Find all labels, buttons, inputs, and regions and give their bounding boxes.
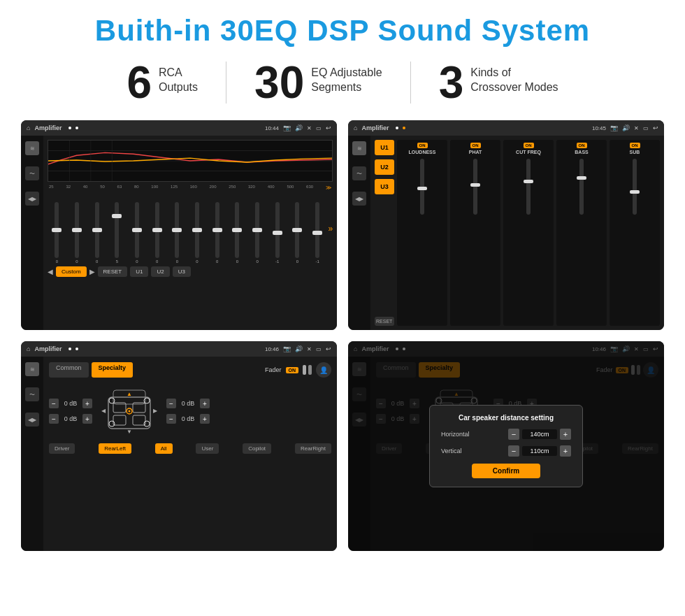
dialog-vertical-value: − 110cm + [508,445,571,457]
horizontal-minus[interactable]: − [508,429,519,440]
eq-slider-8[interactable]: 0 [208,202,226,264]
screen1-time: 10:44 [265,125,279,131]
vertical-minus[interactable]: − [508,445,519,457]
user-icon-btn[interactable]: 👤 [316,362,331,378]
eq-slider-11[interactable]: -1 [268,202,287,264]
eq-slider-12[interactable]: 0 [288,202,307,264]
plus-btn-rb[interactable]: + [200,414,210,424]
spec-sidebar-icon-2[interactable]: 〜 [25,387,39,401]
u3-button[interactable]: U3 [375,179,394,194]
reset-btn-amp[interactable]: RESET [375,317,394,326]
fader-on-btn[interactable]: ON [286,367,299,373]
minus-btn-lt[interactable]: − [49,399,59,408]
screen3-time: 10:46 [265,346,279,352]
amp-sidebar-icon-2[interactable]: 〜 [352,166,366,180]
eq-slider-4[interactable]: 0 [128,202,147,264]
home-icon-1: ⌂ [27,124,30,131]
user-btn[interactable]: User [196,443,219,454]
all-btn[interactable]: All [155,443,173,454]
eq-slider-9[interactable]: 0 [228,202,247,264]
eq-expand-arrow[interactable]: » [328,224,333,234]
eq-slider-6[interactable]: 0 [168,202,187,264]
loudness-on[interactable]: ON [417,143,428,148]
cutfreq-thumb [524,180,533,183]
dot2 [75,127,78,129]
fader-s2 [308,365,312,375]
stat-label-rca: RCA Outputs [159,60,198,95]
eq-slider-7[interactable]: 0 [188,202,207,264]
plus-btn-rt[interactable]: + [200,399,210,408]
u2-btn[interactable]: U2 [151,266,169,277]
speaker-controls-left: − 0 dB + − 0 dB + [49,399,92,424]
loudness-slider[interactable] [420,159,424,215]
bass-slider[interactable] [579,159,584,215]
eq-sidebar-icon-1[interactable]: ≋ [25,141,39,155]
preset-custom[interactable]: Custom [56,266,87,277]
reset-btn-1[interactable]: RESET [98,266,128,277]
back-icon-1: ↩ [326,124,331,131]
screen-amplifier: ⌂ Amplifier 10:45 📷 🔊 ✕ ▭ ↩ ≋ 〜 ◀▶ [348,120,664,330]
cutfreq-on[interactable]: ON [524,143,534,148]
db-val-rt: 0 dB [178,400,198,407]
u3-btn[interactable]: U3 [173,266,191,277]
prev-btn[interactable]: ◀ [48,268,53,275]
svg-point-20 [109,421,115,427]
horizontal-plus[interactable]: + [560,429,571,440]
svg-rect-10 [113,415,126,425]
amp-sidebar-icon-1[interactable]: ≋ [352,141,366,155]
camera-icon-1: 📷 [283,124,291,131]
sub-slider[interactable] [633,159,637,215]
sub-on[interactable]: ON [630,143,640,148]
eq-slider-13[interactable]: -1 [308,202,327,264]
screenshots-grid: ⌂ Amplifier 10:44 📷 🔊 ✕ ▭ ↩ ≋ 〜 ◀▶ [21,120,664,551]
channel-phat: ON PHAT [450,140,500,326]
phat-thumb [470,183,480,187]
eq-main-area: 2532405063 80100125160200 25032040050063… [43,136,337,330]
next-btn[interactable]: ▶ [89,268,95,275]
tab-common[interactable]: Common [49,362,89,378]
eq-slider-10[interactable]: 0 [248,202,267,264]
eq-sidebar-icon-3[interactable]: ◀▶ [25,192,39,206]
eq-slider-5[interactable]: 0 [147,202,166,264]
speaker-layout: − 0 dB + − 0 dB + [49,383,331,439]
eq-slider-1[interactable]: 0 [68,202,87,264]
page-wrapper: Buith-in 30EQ DSP Sound System 6 RCA Out… [0,0,685,565]
minus-btn-rb[interactable]: − [166,414,176,424]
copilot-btn[interactable]: Copilot [243,443,271,454]
u1-button[interactable]: U1 [375,140,394,155]
plus-btn-lb[interactable]: + [82,414,92,424]
minus-btn-rt[interactable]: − [166,399,176,408]
bass-on[interactable]: ON [577,143,587,148]
phat-slider[interactable] [473,159,477,215]
bottom-labels-3: Driver RearLeft All User Copilot RearRig… [49,443,331,454]
loudness-label: LOUDNESS [409,150,436,155]
page-title: Buith-in 30EQ DSP Sound System [21,14,664,48]
plus-btn-lt[interactable]: + [82,399,92,408]
confirm-button[interactable]: Confirm [472,464,540,478]
cutfreq-slider[interactable] [526,159,531,215]
minus-btn-lb[interactable]: − [49,414,59,424]
fader-label: Fader [265,366,282,373]
rearleft-btn[interactable]: RearLeft [99,443,131,454]
eq-sidebar-icon-2[interactable]: 〜 [25,166,39,180]
phat-label: PHAT [469,150,482,155]
driver-btn[interactable]: Driver [49,443,75,454]
volume-icon-2: 🔊 [622,124,630,131]
eq-slider-2[interactable]: 0 [87,202,106,264]
phat-on[interactable]: ON [470,143,481,148]
tab-specialty[interactable]: Specialty [92,362,134,378]
spec-sidebar-icon-3[interactable]: ◀▶ [25,413,39,427]
spec-sidebar-icon-1[interactable]: ≋ [25,362,39,376]
rearright-btn[interactable]: RearRight [295,443,331,454]
eq-graph [48,140,333,182]
eq-slider-3[interactable]: 5 [108,202,127,264]
amp-sidebar-icon-3[interactable]: ◀▶ [352,192,366,206]
u2-button[interactable]: U2 [375,159,394,175]
window-icon-2: ▭ [643,125,649,131]
stat-label-eq: EQ Adjustable Segments [311,60,382,95]
u1-btn[interactable]: U1 [130,266,148,277]
home-icon-2: ⌂ [354,124,357,131]
eq-slider-0[interactable]: 0 [48,202,66,264]
vertical-plus[interactable]: + [560,445,571,457]
eq-screen-body: ≋ 〜 ◀▶ [21,136,337,330]
